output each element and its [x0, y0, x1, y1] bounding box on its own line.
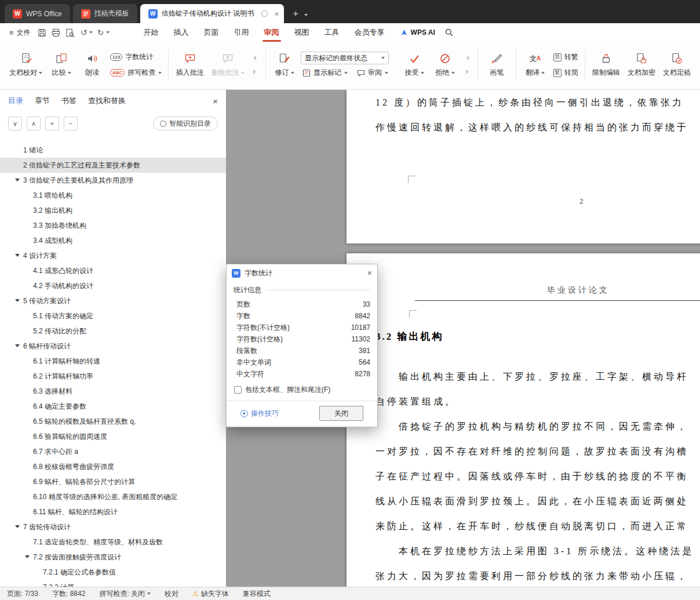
- dialog-close-button[interactable]: 关闭: [319, 406, 363, 421]
- toc-item[interactable]: 1 绪论: [0, 143, 226, 158]
- print-preview-button[interactable]: [63, 23, 77, 42]
- markup-state-select[interactable]: 显示标记的最终状态: [301, 52, 389, 64]
- spell-check-button[interactable]: ABC 拼写检查: [108, 67, 163, 78]
- toc-item[interactable]: 7.2.1 确定公式各参数值: [0, 565, 226, 580]
- delete-comment-button[interactable]: 删除批注: [209, 49, 247, 81]
- expand-arrow-icon[interactable]: [15, 299, 20, 302]
- missing-font-indicator[interactable]: ⚠缺失字体: [192, 589, 229, 599]
- checkbox-icon[interactable]: [234, 386, 242, 394]
- finalize-document-button[interactable]: 文档定稿: [660, 49, 694, 81]
- proofread-indicator[interactable]: 校对: [165, 589, 178, 599]
- smart-toc-button[interactable]: 智能识别目录: [153, 117, 218, 130]
- previous-change-icon[interactable]: [461, 53, 473, 63]
- expand-arrow-icon[interactable]: [15, 344, 20, 347]
- toc-item[interactable]: 7 齿轮传动设计: [0, 519, 226, 534]
- toc-zoom-out-button[interactable]: −: [64, 117, 78, 130]
- menu-tab-工具[interactable]: 工具: [317, 23, 347, 42]
- accept-button[interactable]: 接受: [400, 49, 429, 81]
- save-button[interactable]: [35, 23, 49, 42]
- read-aloud-button[interactable]: 朗读: [78, 49, 107, 81]
- to-traditional-button[interactable]: 简 转繁: [552, 52, 580, 63]
- toc-item[interactable]: 4 设计方案: [0, 248, 226, 263]
- tab-wps-office[interactable]: W WPS Office: [5, 4, 70, 23]
- menu-tab-审阅[interactable]: 审阅: [257, 23, 287, 42]
- translate-button[interactable]: 文A 翻译: [521, 49, 550, 81]
- close-tab-icon[interactable]: ×: [274, 10, 279, 18]
- toc-item[interactable]: 7.2 按齿面接触疲劳强度设计: [0, 550, 226, 565]
- sidebar-tab-查找和替换[interactable]: 查找和替换: [88, 96, 126, 106]
- toc-item[interactable]: 7.2.2 计算: [0, 580, 226, 587]
- toc-item[interactable]: 6.2 计算蜗杆轴功率: [0, 369, 226, 384]
- restrict-editing-button[interactable]: 限制编辑: [589, 49, 623, 81]
- review-pane-button[interactable]: 审阅: [355, 67, 390, 78]
- sidebar-tab-书签[interactable]: 书签: [61, 96, 76, 106]
- reject-button[interactable]: 拒绝: [431, 49, 460, 81]
- toc-item[interactable]: 5 传动方案设计: [0, 293, 226, 308]
- doc-proofread-button[interactable]: 文档校对: [6, 49, 45, 81]
- next-change-icon[interactable]: [461, 67, 473, 77]
- document-page-3[interactable]: 毕业设计论文 3.2 输出机构 输出机构主要由上、下罗拉、罗拉座、工字架、横动导…: [347, 253, 700, 587]
- to-simplified-button[interactable]: 繁 转简: [552, 67, 580, 78]
- compare-button[interactable]: 比较: [47, 49, 76, 81]
- toc-item[interactable]: 5.1 传动方案的确定: [0, 308, 226, 323]
- toc-item[interactable]: 4.1 成形凸轮的设计: [0, 263, 226, 278]
- toc-item[interactable]: 6.11 蜗杆、蜗轮的结构设计: [0, 504, 226, 519]
- include-footnotes-checkbox[interactable]: 包括文本框、脚注和尾注(F): [234, 385, 370, 395]
- expand-arrow-icon[interactable]: [15, 179, 20, 181]
- toc-item[interactable]: 6.1 计算蜗杆轴的转速: [0, 354, 226, 369]
- toc-item[interactable]: 7.1 选定齿轮类型、精度等级、材料及齿数: [0, 534, 226, 550]
- print-button[interactable]: [49, 23, 63, 42]
- page-indicator[interactable]: 页面: 7/33: [7, 589, 38, 599]
- toc-item[interactable]: 6.4 确定主要参数: [0, 399, 226, 414]
- toc-expand-button[interactable]: ∧: [27, 117, 41, 130]
- encrypt-document-button[interactable]: 文档加密: [625, 49, 658, 81]
- tab-template-store[interactable]: 找稿壳模板: [73, 4, 137, 23]
- menu-tab-开始[interactable]: 开始: [136, 23, 166, 42]
- previous-comment-icon[interactable]: [249, 53, 261, 63]
- track-changes-button[interactable]: 修订: [270, 49, 299, 81]
- toc-item[interactable]: 5.2 传动比的分配: [0, 323, 226, 339]
- menu-tab-会员专享[interactable]: 会员专享: [347, 23, 392, 42]
- toc-item[interactable]: 3.2 输出机构: [0, 203, 226, 218]
- menu-tab-引用[interactable]: 引用: [227, 23, 257, 42]
- show-markup-button[interactable]: 显示标记: [301, 67, 349, 78]
- wps-ai-button[interactable]: WPS AI: [400, 23, 435, 42]
- tab-list-chevron-icon[interactable]: [304, 14, 308, 16]
- toc-collapse-button[interactable]: ∨: [8, 117, 22, 130]
- new-tab-button[interactable]: +: [293, 9, 298, 19]
- redo-chevron-icon[interactable]: [106, 31, 110, 34]
- toc-item[interactable]: 6.5 蜗轮的模数及蜗杆直径系数 q,: [0, 414, 226, 429]
- toc-item[interactable]: 3.3 加捻卷绕机构: [0, 218, 226, 233]
- word-count-indicator[interactable]: 字数: 8842: [52, 589, 85, 599]
- tab-document-active[interactable]: W 倍捻锭子传动机构设计 说明书 ×: [140, 4, 285, 23]
- toc-item[interactable]: 2 倍捻锭子的工艺过程及主要技术参数: [0, 158, 226, 173]
- sidebar-tab-目录[interactable]: 目录: [8, 96, 23, 106]
- word-count-button[interactable]: 123 字数统计: [108, 52, 163, 63]
- compat-mode-indicator[interactable]: 兼容模式: [243, 589, 271, 599]
- ink-brush-button[interactable]: 画笔: [482, 49, 511, 81]
- search-button[interactable]: [444, 23, 454, 42]
- toc-item[interactable]: 4.2 手动机构的设计: [0, 278, 226, 293]
- tips-link[interactable]: 操作技巧: [240, 409, 279, 419]
- undo-chevron-icon[interactable]: [89, 31, 93, 34]
- toc-item[interactable]: 3.1 喂给机构: [0, 188, 226, 203]
- sidebar-tab-章节[interactable]: 章节: [35, 96, 50, 106]
- toc-item[interactable]: 6.6 验算蜗轮的圆周速度: [0, 429, 226, 444]
- menu-tab-页面[interactable]: 页面: [196, 23, 227, 42]
- menu-tab-插入[interactable]: 插入: [166, 23, 196, 42]
- toc-item[interactable]: 3 倍捻锭子的主要机构及其作用原理: [0, 173, 226, 188]
- close-pane-icon[interactable]: ×: [213, 96, 218, 106]
- expand-arrow-icon[interactable]: [25, 555, 30, 558]
- expand-arrow-icon[interactable]: [15, 525, 20, 528]
- toc-zoom-in-button[interactable]: +: [45, 117, 59, 130]
- file-menu-button[interactable]: ≡ 文件: [5, 23, 35, 42]
- expand-arrow-icon[interactable]: [15, 254, 20, 257]
- toc-item[interactable]: 3.4 成型机构: [0, 233, 226, 248]
- toc-item[interactable]: 6.3 选择材料: [0, 384, 226, 399]
- document-page-2[interactable]: 12 度）的筒子插锭上，纱条由径向一侧引出退绕，依靠张力作慢速回转退解，这样喂入…: [347, 90, 700, 243]
- toc-item[interactable]: 6.7 求中心距 a: [0, 444, 226, 459]
- menu-tab-视图[interactable]: 视图: [287, 23, 317, 42]
- dialog-title-bar[interactable]: W 字数统计 ×: [227, 264, 377, 282]
- toc-item[interactable]: 6.10 精度等级的选择和公差, 表面粗糙度的确定: [0, 489, 226, 504]
- next-comment-icon[interactable]: [249, 67, 261, 77]
